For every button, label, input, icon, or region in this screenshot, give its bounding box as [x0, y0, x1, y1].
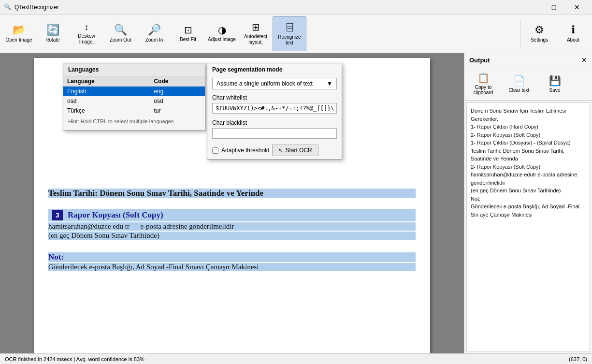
section3-block: 3 Rapor Kopyası (Soft Copy) hamitsaruhan…: [48, 209, 416, 240]
output-close-icon[interactable]: ✕: [581, 56, 587, 64]
date-text: (en geç Dönem Sonu Sınav Tarihinde): [48, 232, 159, 239]
title-bar-text: QTextRecognizer: [14, 4, 520, 11]
recognize-label: Recognize text: [275, 34, 304, 46]
about-button[interactable]: ℹ About: [556, 16, 590, 51]
lang-name-osd: osd: [63, 96, 150, 106]
document-page: Languages Language Code English eng: [34, 58, 430, 353]
dropdown-arrow-icon: ▼: [327, 80, 332, 87]
zoom-in-button[interactable]: 🔎 Zoom In: [137, 16, 171, 51]
output-toolbar: 📋 Copy to clipboard 📄 Clear text 💾 Save: [464, 67, 592, 101]
open-image-button[interactable]: 📂 Open Image: [2, 16, 36, 51]
status-bar: OCR finished in 2424 msecs | Avg. word c…: [0, 353, 592, 364]
clear-label: Clear text: [509, 87, 530, 93]
lang-row-osd[interactable]: osd osd: [63, 96, 205, 106]
section3-email: hamitsaruhan@duzce edu tr e-posta adresi…: [48, 222, 416, 231]
close-button[interactable]: ✕: [566, 0, 588, 15]
open-image-label: Open Image: [5, 37, 32, 43]
lang-code-turkish: tur: [150, 106, 205, 116]
status-message: OCR finished in 2424 msecs | Avg. word c…: [5, 356, 144, 362]
main-area: Languages Language Code English eng: [0, 53, 592, 353]
open-folder-icon: 📂: [13, 25, 26, 35]
about-icon: ℹ: [571, 25, 575, 35]
not-text: Gönderilecek e-posta Başlığı, Ad Soyad -…: [48, 263, 259, 271]
copy-label: Copy to clipboard: [466, 85, 500, 95]
adjust-image-button[interactable]: ◑ Adjust image: [205, 16, 239, 51]
settings-icon: ⚙: [534, 25, 544, 35]
output-text: Dönem Sonu Sınavı İçin Teslim Edilmesi G…: [471, 108, 581, 218]
toolbar-separator: [520, 19, 520, 48]
zoom-in-icon: 🔎: [148, 25, 161, 35]
recognize-text-button[interactable]: ⌸ Recognize text: [273, 16, 306, 51]
languages-popup: Languages Language Code English eng: [63, 63, 205, 131]
section3-num: 3: [52, 210, 63, 220]
zoom-out-label: Zoom Out: [110, 37, 131, 43]
start-ocr-button[interactable]: ↖ Start OCR: [272, 145, 318, 156]
settings-label: Settings: [531, 37, 548, 43]
document-content: Teslim Tarihi: Dönem Sonu Sınav Tarihi, …: [48, 189, 416, 271]
lang-name-turkish: Türkçe: [63, 106, 150, 116]
lang-row-english[interactable]: English eng: [63, 87, 205, 97]
autodetect-icon: ⊞: [252, 22, 260, 32]
lang-code-osd: osd: [150, 96, 205, 106]
minimize-button[interactable]: —: [520, 0, 542, 15]
output-panel: Output ✕ 📋 Copy to clipboard 📄 Clear tex…: [464, 53, 592, 353]
languages-title: Languages: [63, 63, 205, 76]
output-title: Output: [469, 57, 490, 64]
autodetect-button[interactable]: ⊞ Autodetect layout,: [239, 16, 273, 51]
not-block: Not: Gönderilecek e-posta Başlığı, Ad So…: [48, 252, 416, 271]
status-coords: (637, 0): [569, 356, 587, 362]
not-label: Not:: [48, 252, 64, 262]
output-header: Output ✕: [464, 53, 592, 67]
best-fit-button[interactable]: ⊡ Best Fit: [171, 16, 205, 51]
main-toolbar: 📂 Open Image 🔄 Rotate ↕ Deskew Image, 🔍 …: [0, 15, 592, 53]
document-canvas[interactable]: Languages Language Code English eng: [0, 53, 464, 353]
lang-row-turkish[interactable]: Türkçe tur: [63, 106, 205, 116]
app-icon: 🔍: [4, 3, 12, 11]
adjust-icon: ◑: [218, 25, 226, 35]
deskew-label: Deskew Image,: [72, 33, 101, 45]
best-fit-icon: ⊡: [184, 25, 192, 35]
char-whitelist-label: Char whitelist: [207, 91, 342, 102]
adjust-label: Adjust image: [208, 37, 236, 43]
languages-table: Language Code English eng osd osd: [63, 76, 205, 116]
seg-dropdown[interactable]: Assume a single uniform block of text ▼: [212, 78, 337, 89]
rotate-label: Rotate: [45, 37, 59, 43]
about-label: About: [567, 37, 579, 43]
output-text-area[interactable]: Dönem Sonu Sınavı İçin Teslim Edilmesi G…: [466, 102, 590, 351]
zoom-out-icon: 🔍: [114, 25, 127, 35]
start-ocr-label: Start OCR: [285, 147, 312, 154]
lang-name-english: English: [63, 87, 150, 97]
section3-title: Rapor Kopyası (Soft Copy): [68, 210, 163, 220]
rotate-icon: 🔄: [46, 25, 59, 35]
char-blacklist-label: Char blacklist: [207, 116, 342, 127]
clear-icon: 📄: [513, 75, 525, 87]
adaptive-threshold-label: Adaptive threshold: [221, 147, 269, 154]
adaptive-threshold-row: Adaptive threshold ↖ Start OCR: [207, 142, 342, 159]
seg-dropdown-value: Assume a single uniform block of text: [217, 80, 313, 87]
window-controls: — □ ✕: [520, 0, 588, 15]
save-icon: 💾: [549, 75, 561, 87]
zoom-out-button[interactable]: 🔍 Zoom Out: [103, 16, 137, 51]
email-text: hamitsaruhan@duzce edu tr e-posta adresi…: [48, 222, 234, 230]
settings-button[interactable]: ⚙ Settings: [522, 16, 556, 51]
clear-text-button[interactable]: 📄 Clear text: [502, 69, 536, 98]
deskew-icon: ↕: [85, 23, 89, 31]
teslim-text: Teslim Tarihi: Dönem Sonu Sınav Tarihi, …: [48, 189, 263, 198]
copy-to-clipboard-button[interactable]: 📋 Copy to clipboard: [466, 69, 500, 98]
seg-title: Page segmentation mode: [207, 63, 342, 76]
char-blacklist-input[interactable]: [212, 128, 337, 139]
adaptive-threshold-checkbox[interactable]: [212, 147, 218, 154]
copy-icon: 📋: [477, 72, 490, 84]
segmentation-popup: Page segmentation mode Assume a single u…: [207, 63, 342, 160]
title-bar: 🔍 QTextRecognizer — □ ✕: [0, 0, 592, 15]
zoom-in-label: Zoom In: [145, 37, 163, 43]
maximize-button[interactable]: □: [543, 0, 565, 15]
deskew-button[interactable]: ↕ Deskew Image,: [70, 16, 103, 51]
lang-col-code: Code: [150, 76, 205, 87]
lang-col-language: Language: [63, 76, 150, 87]
recognize-icon: ⌸: [287, 22, 293, 32]
lang-code-english: eng: [150, 87, 205, 97]
rotate-button[interactable]: 🔄 Rotate: [36, 16, 70, 51]
save-button[interactable]: 💾 Save: [538, 69, 572, 98]
char-whitelist-input[interactable]: [212, 103, 337, 114]
